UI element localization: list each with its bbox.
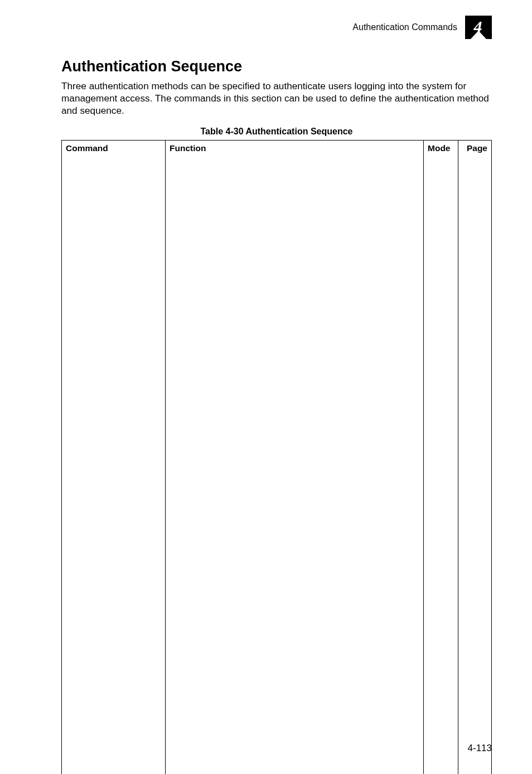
page-number: 4-113 <box>468 743 492 754</box>
section-title: Authentication Sequence <box>61 58 492 75</box>
col-function: Function <box>166 141 424 774</box>
chapter-badge: 4 <box>465 16 492 39</box>
section-intro: Three authentication methods can be spec… <box>61 80 492 117</box>
col-mode: Mode <box>424 141 458 774</box>
running-header: Authentication Commands 4 <box>61 16 492 39</box>
chapter-number: 4 <box>474 17 483 38</box>
table-header-row: Command Function Mode Page <box>62 141 492 774</box>
running-header-text: Authentication Commands <box>352 22 457 32</box>
col-page: Page <box>458 141 492 774</box>
col-command: Command <box>62 141 166 774</box>
auth-sequence-table: Command Function Mode Page authenticatio… <box>61 140 492 774</box>
table-caption: Table 4-30 Authentication Sequence <box>61 127 492 137</box>
